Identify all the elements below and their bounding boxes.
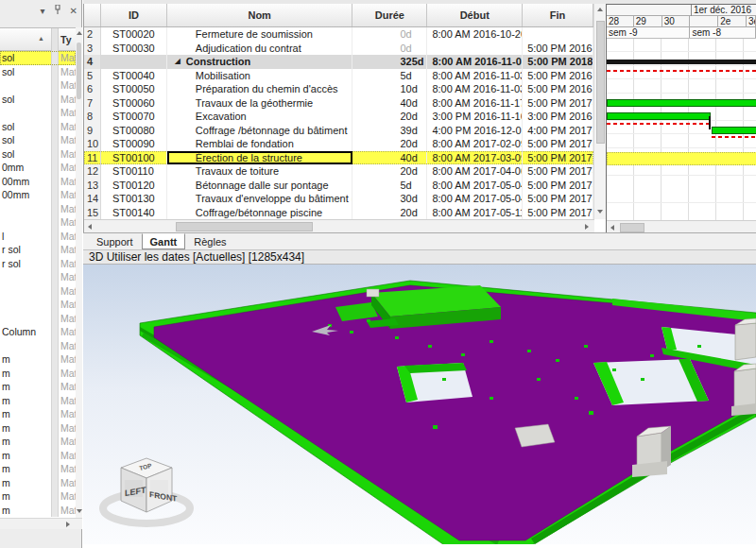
sidebar-row[interactable]: ColumnMaté <box>0 325 76 339</box>
task-duration-cell[interactable]: 20d <box>352 206 427 220</box>
scroll-right-icon[interactable] <box>585 224 589 230</box>
gantt-task-bar[interactable] <box>607 112 711 120</box>
gantt-planned-bar[interactable] <box>607 123 711 125</box>
task-duration-cell[interactable]: 0d <box>352 42 427 56</box>
task-id-cell[interactable]: ST00120 <box>101 179 167 193</box>
sidebar-row[interactable]: solMaté <box>0 93 76 107</box>
task-name-cell[interactable]: Bétonnage dalle sur pontage <box>167 179 353 193</box>
scroll-up-icon[interactable] <box>597 8 603 11</box>
col-header-nom[interactable]: Nom <box>167 4 353 26</box>
scroll-left-icon[interactable] <box>610 225 614 231</box>
sidebar-row[interactable]: mMaté <box>0 489 76 504</box>
task-row-number[interactable]: 4 <box>84 55 101 69</box>
task-start-cell[interactable] <box>427 42 523 56</box>
scroll-up-icon[interactable] <box>77 31 82 35</box>
task-row[interactable]: 9ST00080Coffrage /bétonnage du bâtiment3… <box>84 124 593 138</box>
task-start-cell[interactable]: 3:00 PM 2016-11-16 (*) <box>427 110 523 124</box>
task-id-cell[interactable]: ST00030 <box>101 42 167 56</box>
task-name-cell[interactable]: Coffrage /bétonnage du bâtiment <box>167 124 353 138</box>
pin-icon[interactable] <box>54 5 61 16</box>
scrollbar-thumb[interactable] <box>620 223 644 232</box>
task-id-cell[interactable]: ST00130 <box>101 192 167 206</box>
scroll-left-icon[interactable] <box>88 224 92 230</box>
task-row[interactable]: 4◢Construction325d8:00 AM 2016-11-035:00… <box>84 55 593 69</box>
task-duration-cell[interactable]: 325d <box>352 55 427 69</box>
task-row-number[interactable]: 15 <box>84 206 101 220</box>
task-row[interactable]: 14ST00130Travaux d'enveloppe du bâtiment… <box>84 192 593 206</box>
task-end-cell[interactable]: 5:00 PM 2018-03-1 <box>523 55 593 69</box>
task-name-cell[interactable]: Travaux d'enveloppe du bâtiment (brut) <box>167 192 353 206</box>
task-duration-cell[interactable]: 40d <box>352 96 427 111</box>
sidebar-row[interactable]: Maté <box>0 202 76 216</box>
task-end-cell[interactable]: 5:00 PM 2016-10-2 <box>523 42 593 56</box>
task-end-cell[interactable]: 5:00 PM 2016-11-0 <box>523 69 593 83</box>
viewport-3d[interactable]: TOP LEFT FRONT <box>83 264 756 543</box>
task-id-cell[interactable]: ST00060 <box>101 96 167 111</box>
task-name-cell[interactable]: Travaux de la géothermie <box>167 96 353 111</box>
task-duration-cell[interactable]: 10d <box>352 82 427 96</box>
task-row-number[interactable]: 14 <box>84 192 101 206</box>
sidebar-row[interactable]: r solMaté <box>0 257 76 271</box>
task-row[interactable]: 11ST00100Érection de la structure40d8:00… <box>84 151 593 165</box>
sidebar-row[interactable]: mMaté <box>0 476 76 490</box>
task-end-cell[interactable]: 5:00 PM 2017-03-0 <box>523 137 593 151</box>
gantt-planned-bar[interactable] <box>712 136 756 138</box>
task-row-number[interactable]: 11 <box>84 151 101 165</box>
task-end-cell[interactable]: 3:00 PM 2016-12-1 <box>523 110 593 124</box>
sidebar-row[interactable]: 00mmMaté <box>0 175 76 189</box>
tab-gantt[interactable]: Gantt <box>142 233 186 249</box>
sidebar-row[interactable]: mMaté <box>0 380 76 394</box>
task-row[interactable]: 7ST00060Travaux de la géothermie40d8:00 … <box>84 96 593 111</box>
task-name-cell[interactable]: Excavation <box>167 110 353 124</box>
task-row[interactable]: 15ST00140Coffrage/bétonnage piscine20d8:… <box>84 206 593 220</box>
table-horizontal-scrollbar[interactable] <box>84 219 594 232</box>
col-header-debut[interactable]: Début <box>427 4 523 26</box>
scroll-right-icon[interactable] <box>66 522 70 527</box>
task-end-cell[interactable]: 5:00 PM 2017-06-0 <box>523 206 593 220</box>
sidebar-row[interactable]: mMaté <box>0 421 76 436</box>
sidebar-row[interactable]: Maté <box>0 78 76 93</box>
task-row[interactable]: 5ST00040Mobilisation5d8:00 AM 2016-11-03… <box>84 69 593 83</box>
col-header-rownum[interactable] <box>84 4 101 26</box>
gantt-summary-bar[interactable] <box>607 60 756 64</box>
task-row[interactable]: 12ST00110Travaux de toiture20d8:00 AM 20… <box>84 164 593 179</box>
sidebar-row[interactable]: r solMaté <box>0 243 76 257</box>
menu-dropdown-icon[interactable]: ▾ <box>41 6 45 16</box>
task-row-number[interactable]: 5 <box>84 69 101 83</box>
task-row[interactable]: 6ST00050Préparation du chemin d'accès10d… <box>84 82 593 96</box>
sidebar-row[interactable]: lMaté <box>0 230 76 244</box>
gantt-horizontal-scrollbar[interactable] <box>607 220 756 232</box>
task-row-number[interactable]: 8 <box>84 110 101 124</box>
group-expanded-icon[interactable]: ◢ <box>175 55 180 68</box>
task-id-cell[interactable]: ST00040 <box>101 69 167 83</box>
task-duration-cell[interactable]: 30d <box>352 192 427 206</box>
task-row-number[interactable]: 13 <box>84 179 101 193</box>
task-start-cell[interactable]: 8:00 AM 2016-11-03 (*) <box>427 69 523 83</box>
sidebar-row[interactable]: Maté <box>0 270 76 284</box>
task-start-cell[interactable]: 8:00 AM 2016-10-20 (*) <box>427 27 523 42</box>
task-id-cell[interactable]: ST00100 <box>101 151 167 165</box>
task-end-cell[interactable] <box>523 27 593 42</box>
type-column-header[interactable]: Ty <box>60 34 71 45</box>
scrollbar-thumb[interactable] <box>176 222 313 231</box>
task-name-cell[interactable]: Travaux de toiture <box>167 164 353 179</box>
sidebar-row[interactable]: Maté <box>0 106 76 120</box>
task-row-number[interactable]: 3 <box>84 42 101 56</box>
col-header-duree[interactable]: Durée <box>352 4 427 26</box>
task-row[interactable]: 8ST00070Excavation20d3:00 PM 2016-11-16 … <box>84 110 593 124</box>
task-row-number[interactable]: 2 <box>84 27 101 42</box>
tab-support[interactable]: Support <box>88 233 142 249</box>
sidebar-row[interactable]: Maté <box>0 298 76 312</box>
sidebar-grid-header[interactable]: ▲ Ty <box>0 27 76 51</box>
task-duration-cell[interactable]: 5d <box>352 179 427 193</box>
task-row-number[interactable]: 7 <box>84 96 101 111</box>
col-header-fin[interactable]: Fin <box>523 4 593 26</box>
sidebar-row[interactable]: Maté <box>0 215 76 230</box>
task-id-cell[interactable]: ST00110 <box>101 164 167 179</box>
gantt-task-bar[interactable] <box>712 127 756 134</box>
gantt-task-bar[interactable] <box>607 99 756 107</box>
sidebar-row[interactable]: 00mmMaté <box>0 188 76 202</box>
task-end-cell[interactable]: 5:00 PM 2017-05-1 <box>523 179 593 193</box>
task-duration-cell[interactable]: 5d <box>352 69 427 83</box>
task-end-cell[interactable]: 5:00 PM 2017-05-0 <box>523 164 593 179</box>
